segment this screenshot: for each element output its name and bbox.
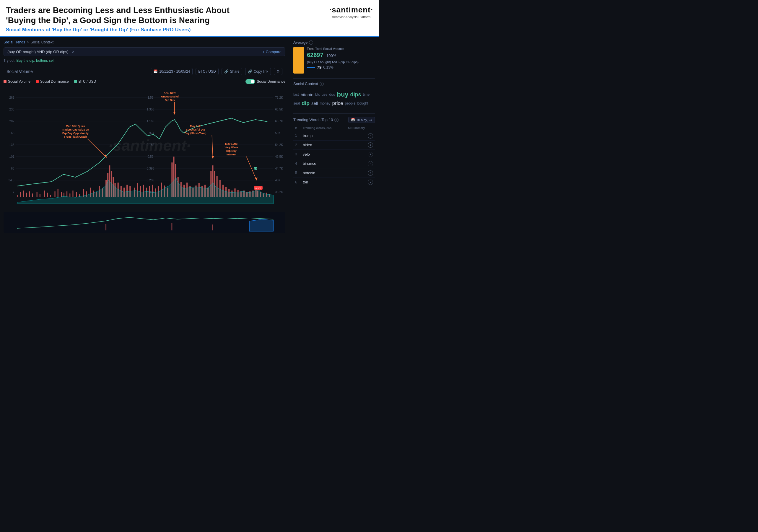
svg-text:35.2K: 35.2K (275, 191, 283, 194)
word-buy[interactable]: buy (337, 91, 348, 98)
separator (293, 78, 375, 79)
word-use[interactable]: use (322, 92, 327, 97)
pair-selector[interactable]: BTC / USD (195, 68, 218, 75)
svg-text:Very Weak: Very Weak (225, 146, 238, 149)
row-ai[interactable]: ≡ (346, 140, 375, 150)
ai-summary-icon[interactable]: ≡ (368, 133, 373, 139)
row-num: 2 (293, 140, 301, 150)
try-tag-sell[interactable]: sell (49, 58, 54, 63)
row-num: 4 (293, 159, 301, 168)
svg-rect-51 (61, 192, 62, 197)
social-context-info-icon[interactable]: i (320, 82, 324, 86)
chart-title: Social Volume (7, 69, 33, 74)
trending-info-icon[interactable]: i (334, 118, 338, 122)
row-word[interactable]: biden (301, 140, 346, 150)
table-row: 6 ton ≡ (293, 178, 375, 187)
row-word[interactable]: velo (301, 150, 346, 159)
svg-text:Successful Dip: Successful Dip (186, 128, 205, 131)
col-word: Trending words, 24h (301, 125, 346, 131)
chart-svg: 269 235 202 168 135 101 68 34.5 7 1.55 1… (4, 86, 285, 210)
breadcrumb-social-trends[interactable]: Social Trends (4, 40, 25, 44)
toggle-thumb (251, 80, 254, 83)
svg-rect-50 (57, 189, 58, 197)
search-tag-text: (buy OR bought) AND (dip OR dips) (7, 50, 69, 54)
svg-text:68.5K: 68.5K (275, 108, 283, 111)
avg-sub-pct: 0.13% (324, 65, 333, 69)
date-range-picker[interactable]: 📅 10/11/23 - 10/05/24 (151, 68, 192, 75)
word-doo[interactable]: doo (329, 92, 335, 97)
ai-summary-icon[interactable]: ≡ (368, 180, 373, 185)
svg-text:73.2K: 73.2K (275, 96, 283, 99)
try-tag-buy-the-dip[interactable]: Buy the dip, (17, 58, 35, 63)
ai-summary-icon[interactable]: ≡ (368, 142, 373, 148)
word-last[interactable]: last (293, 92, 299, 97)
svg-text:44.7K: 44.7K (275, 167, 283, 170)
row-word[interactable]: notcoin (301, 168, 346, 178)
word-price[interactable]: price (332, 100, 343, 106)
word-time[interactable]: time (363, 92, 370, 97)
ai-summary-icon[interactable]: ≡ (368, 170, 373, 176)
row-word[interactable]: ton (301, 178, 346, 187)
svg-text:0.301: 0.301 (256, 187, 262, 190)
svg-text:101: 101 (10, 155, 15, 158)
table-row: 1 trump ≡ (293, 131, 375, 141)
row-ai[interactable]: ≡ (346, 131, 375, 141)
word-dips[interactable]: dips (350, 91, 361, 98)
average-info-icon[interactable]: i (309, 41, 313, 45)
table-row: 5 notcoin ≡ (293, 168, 375, 178)
word-bought[interactable]: bought (357, 101, 368, 105)
trending-header: Trending Words Top 10 i 📅 10 May, 24 (293, 117, 375, 123)
toggle-track[interactable] (246, 79, 255, 84)
breadcrumb-separator: > (27, 40, 29, 44)
trending-label: Trending Words Top 10 i (293, 118, 338, 122)
svg-rect-43 (32, 194, 33, 197)
avg-stats: Total Total Social Volume 62697 100% (bu… (307, 47, 375, 70)
row-ai[interactable]: ≡ (346, 168, 375, 178)
close-icon[interactable]: × (72, 49, 74, 54)
ai-summary-icon[interactable]: ≡ (368, 152, 373, 157)
word-sell[interactable]: sell (311, 101, 318, 106)
left-panel: Social Trends > Social Context (buy OR b… (0, 37, 289, 532)
word-dip[interactable]: dip (302, 100, 310, 106)
svg-text:0.59: 0.59 (147, 155, 153, 158)
svg-rect-152 (4, 212, 285, 233)
social-context-label: Social Context i (293, 82, 375, 86)
right-panel: Average i Total Total Social Volume 6269… (289, 37, 379, 532)
settings-button[interactable]: ⚙ (274, 68, 282, 75)
trending-words-section: Trending Words Top 10 i 📅 10 May, 24 # T… (293, 117, 375, 187)
row-num: 1 (293, 131, 301, 141)
row-ai[interactable]: ≡ (346, 159, 375, 168)
share-button[interactable]: 🔗 Share (222, 68, 242, 75)
row-ai[interactable]: ≡ (346, 150, 375, 159)
header-subtitle: Social Mentions of 'Buy the Dip' or 'Bou… (6, 27, 373, 33)
svg-text:269: 269 (10, 96, 15, 99)
svg-text:1.166: 1.166 (147, 120, 155, 123)
svg-rect-49 (55, 192, 55, 197)
legend-label-btc-usd: BTC / USD (79, 80, 96, 84)
svg-rect-41 (26, 193, 27, 197)
date-badge[interactable]: 📅 10 May, 24 (348, 117, 375, 123)
try-out: Try out: Buy the dip, bottom, sell (4, 58, 285, 63)
word-money[interactable]: money (320, 101, 330, 105)
compare-button[interactable]: + Compare (262, 50, 282, 54)
header: Traders are Becoming Less and Less Enthu… (0, 0, 379, 37)
calendar-icon: 📅 (153, 69, 158, 74)
header-title: Traders are Becoming Less and Less Enthu… (6, 5, 248, 25)
legend-label-social-dominance: Social Dominance (40, 80, 69, 84)
copy-link-button[interactable]: 🔗 Copy link (245, 68, 271, 75)
svg-text:0.206: 0.206 (147, 179, 155, 182)
chart-area: 269 235 202 168 135 101 68 34.5 7 1.55 1… (4, 86, 285, 210)
chart-toolbar: Social Volume 📅 10/11/23 - 10/05/24 BTC … (4, 66, 285, 77)
row-ai[interactable]: ≡ (346, 178, 375, 187)
social-dominance-toggle[interactable]: Social Dominance (246, 79, 285, 84)
word-bitcoin[interactable]: bitcoin (301, 92, 313, 97)
word-people[interactable]: people (345, 101, 355, 105)
svg-rect-45 (40, 195, 41, 197)
word-btc[interactable]: btc (315, 92, 320, 97)
ai-summary-icon[interactable]: ≡ (368, 161, 373, 166)
row-word[interactable]: trump (301, 131, 346, 141)
copy-icon: 🔗 (248, 69, 252, 74)
row-word[interactable]: binance (301, 159, 346, 168)
word-seal[interactable]: seal (293, 101, 300, 105)
try-tag-bottom[interactable]: bottom, (36, 58, 48, 63)
